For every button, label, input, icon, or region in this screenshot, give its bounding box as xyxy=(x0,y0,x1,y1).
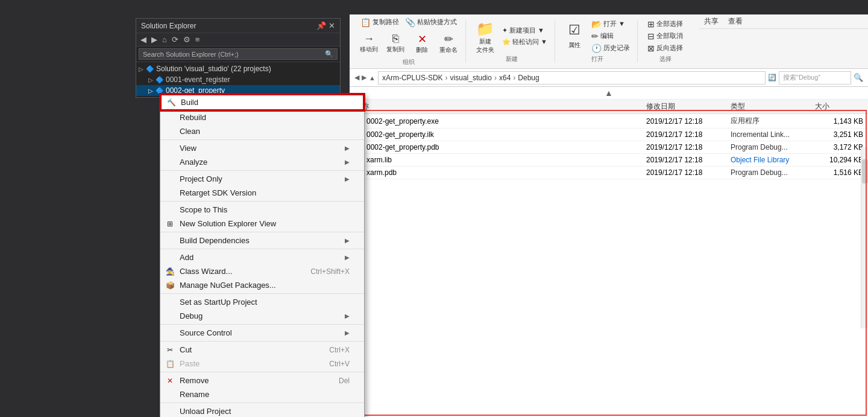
search-icon[interactable]: 🔍 xyxy=(854,73,863,82)
cm-view[interactable]: View ▶ xyxy=(160,141,364,155)
path-segment-2: visual_studio xyxy=(450,74,492,82)
cm-paste: 📋 Paste Ctrl+V xyxy=(160,357,364,371)
cm-sep-10 xyxy=(160,403,364,403)
class-wizard-icon: 🧙 xyxy=(165,267,175,276)
cm-startup-label: Set as StartUp Project xyxy=(180,298,257,307)
easy-access-btn[interactable]: ⭐ 轻松访问 ▼ xyxy=(500,37,550,47)
ribbon-group-open: ☑ 属性 📂 打开 ▼ ✏ 编辑 🕐 历史记录 xyxy=(558,21,638,63)
nav-up[interactable]: ▲ xyxy=(369,74,376,81)
properties-btn[interactable]: ☑ 属性 xyxy=(562,19,587,53)
cm-sep-9 xyxy=(160,372,364,372)
paste-shortcut-btn[interactable]: 📎 粘贴快捷方式 xyxy=(403,17,459,28)
build-icon: 🔨 xyxy=(166,98,176,107)
se-solution-item[interactable]: ▷ 🔷 Solution 'visual_studio' (22 project… xyxy=(136,63,340,74)
cm-new-se-view[interactable]: ⊞ New Solution Explorer View xyxy=(160,217,364,231)
open-btn[interactable]: 📂 打开 ▼ xyxy=(589,19,632,30)
se-refresh-btn[interactable]: ⟳ xyxy=(170,34,180,45)
cm-view-label: View xyxy=(180,144,197,153)
view-tab[interactable]: 查看 xyxy=(728,16,743,27)
se-menu-btn[interactable]: ≡ xyxy=(193,34,202,45)
se-titlebar: Solution Explorer 📌 ✕ xyxy=(136,19,340,33)
cm-build[interactable]: 🔨 Build xyxy=(160,94,364,110)
cm-analyze-arrow: ▶ xyxy=(345,159,350,165)
file-size: 1,143 KB xyxy=(815,117,863,126)
refresh-btn[interactable]: 🔄 xyxy=(768,74,776,81)
invert-selection-btn[interactable]: ⊠ 反向选择 xyxy=(645,43,685,54)
ribbon-group-organize: 📋 复制路径 📎 粘贴快捷方式 → 移动到 ⎘ 复制到 ✕ xyxy=(352,21,466,63)
scrollbar[interactable] xyxy=(861,147,868,328)
cm-cut-shortcut: Ctrl+X xyxy=(329,346,350,354)
se-pin-btn[interactable]: 📌 xyxy=(316,21,326,30)
address-bar: ◀ ▶ ▲ xArm-CPLUS-SDK › visual_studio › x… xyxy=(350,69,868,87)
file-list-row[interactable]: 📄xarm.pdb 2019/12/17 12:18 Program Debug… xyxy=(350,167,868,179)
cut-icon: ✂ xyxy=(165,346,175,354)
file-list-row[interactable]: 💻0002-get_property.exe 2019/12/17 12:18 … xyxy=(350,114,868,129)
copy-path-btn[interactable]: 📋 复制路径 xyxy=(358,17,401,28)
new-folder-btn[interactable]: 📁 新建文件夹 xyxy=(473,19,497,53)
select-all-btn[interactable]: ⊞ 全部选择 xyxy=(645,19,685,30)
file-name: 📄0002-get_property.pdb xyxy=(354,143,646,151)
ribbon-group-new: 📁 新建文件夹 ✦ 新建项目 ▼ ⭐ 轻松访问 ▼ 新建 xyxy=(468,21,555,63)
cm-sep-5 xyxy=(160,249,364,249)
cm-project-only[interactable]: Project Only ▶ xyxy=(160,172,364,186)
file-list: ▲ 名称 修改日期 类型 大小 💻0002-get_property.exe 2… xyxy=(350,87,868,179)
nav-back[interactable]: ◀ xyxy=(354,74,359,81)
cm-scope[interactable]: Scope to This xyxy=(160,203,364,217)
rename-btn[interactable]: ✏ 重命名 xyxy=(436,31,461,56)
cm-rename[interactable]: Rename xyxy=(160,387,364,401)
file-list-row[interactable]: 📄0002-get_property.ilk 2019/12/17 12:18 … xyxy=(350,129,868,141)
cm-source-control-label: Source Control xyxy=(180,328,232,337)
cm-add[interactable]: Add ▶ xyxy=(160,250,364,264)
cm-unload[interactable]: Unload Project xyxy=(160,404,364,417)
file-size: 3,251 KB xyxy=(815,130,863,139)
move-to-btn[interactable]: → 移动到 xyxy=(357,31,381,55)
new-item-btn[interactable]: ✦ 新建项目 ▼ xyxy=(500,25,550,36)
cm-analyze[interactable]: Analyze ▶ xyxy=(160,155,364,169)
address-path[interactable]: xArm-CPLUS-SDK › visual_studio › x64 › D… xyxy=(378,71,766,84)
se-search-icon[interactable]: 🔍 xyxy=(325,50,333,58)
file-name: 📊xarm.lib xyxy=(354,156,646,164)
cm-class-wizard[interactable]: 🧙 Class Wizard... Ctrl+Shift+X xyxy=(160,264,364,278)
cm-build-deps[interactable]: Build Dependencies ▶ xyxy=(160,234,364,247)
cm-remove[interactable]: ✕ Remove Del xyxy=(160,374,364,387)
se-forward-btn[interactable]: ▶ xyxy=(149,34,159,45)
edit-btn[interactable]: ✏ 编辑 xyxy=(589,31,632,42)
file-type: Program Debug... xyxy=(731,143,815,151)
copy-to-btn[interactable]: ⎘ 复制到 xyxy=(383,31,407,55)
context-menu: 🔨 Build Rebuild Clean View ▶ Analyze ▶ P… xyxy=(160,94,365,417)
path-segment-1: xArm-CPLUS-SDK xyxy=(382,74,443,82)
cm-project-only-label: Project Only xyxy=(180,174,222,183)
delete-btn[interactable]: ✕ 删除 xyxy=(410,31,434,56)
solution-explorer: Solution Explorer 📌 ✕ ◀ ▶ ⌂ ⟳ ⚙ ≡ Search… xyxy=(136,18,341,98)
cm-analyze-label: Analyze xyxy=(180,158,207,167)
cm-debug[interactable]: Debug ▶ xyxy=(160,309,364,323)
file-list-row[interactable]: 📊xarm.lib 2019/12/17 12:18 Object File L… xyxy=(350,154,868,167)
file-date: 2019/12/17 12:18 xyxy=(646,156,731,164)
cm-rebuild[interactable]: Rebuild xyxy=(160,110,364,124)
file-list-row[interactable]: 📄0002-get_property.pdb 2019/12/17 12:18 … xyxy=(350,141,868,154)
cm-build-deps-arrow: ▶ xyxy=(345,237,350,244)
cm-class-wizard-label: Class Wizard... xyxy=(180,267,232,276)
cm-startup[interactable]: Set as StartUp Project xyxy=(160,295,364,309)
new-label: 新建 xyxy=(506,55,518,63)
file-type: Program Debug... xyxy=(731,168,815,177)
se-home-btn[interactable]: ⌂ xyxy=(160,34,169,45)
share-tab[interactable]: 共享 xyxy=(704,16,719,27)
cm-cut[interactable]: ✂ Cut Ctrl+X xyxy=(160,343,364,357)
nav-forward[interactable]: ▶ xyxy=(362,74,366,81)
deselect-all-btn[interactable]: ⊟ 全部取消 xyxy=(645,31,685,42)
file-date: 2019/12/17 12:18 xyxy=(646,143,731,151)
se-proj-1[interactable]: ▷ 🔷 0001-event_register xyxy=(136,74,340,85)
cm-source-control[interactable]: Source Control ▶ xyxy=(160,326,364,340)
se-settings-btn[interactable]: ⚙ xyxy=(181,34,192,45)
search-input[interactable]: 搜索"Debug" xyxy=(779,71,851,84)
file-date: 2019/12/17 12:18 xyxy=(646,117,731,126)
history-btn[interactable]: 🕐 历史记录 xyxy=(589,43,632,54)
left-sidebar xyxy=(0,0,136,417)
se-close-btn[interactable]: ✕ xyxy=(329,21,335,30)
cm-retarget[interactable]: Retarget SDK Version xyxy=(160,186,364,200)
cm-nuget[interactable]: 📦 Manage NuGet Packages... xyxy=(160,278,364,292)
scroll-thumb[interactable] xyxy=(862,159,868,183)
cm-clean[interactable]: Clean xyxy=(160,124,364,138)
se-back-btn[interactable]: ◀ xyxy=(139,34,148,45)
